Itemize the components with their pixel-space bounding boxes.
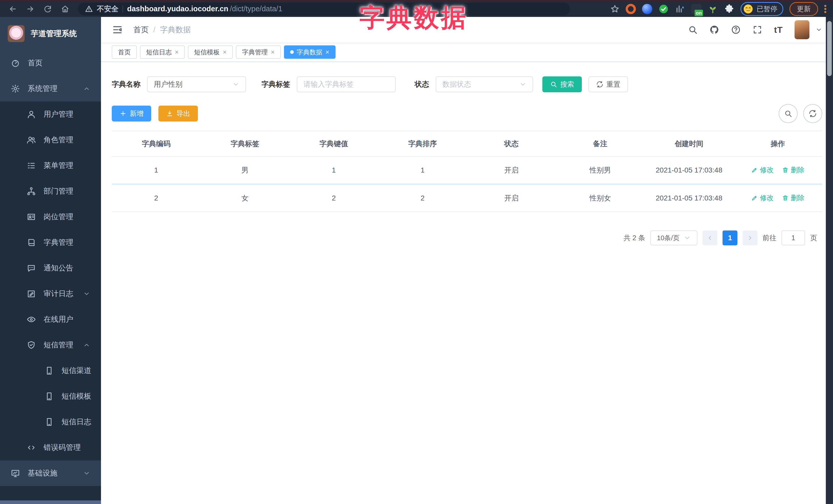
status-select[interactable]: 数据状态 — [436, 76, 533, 92]
sidebar-item[interactable]: 短信管理 — [0, 332, 101, 358]
current-page[interactable]: 1 — [722, 231, 737, 245]
extensions-puzzle-icon[interactable] — [724, 4, 734, 14]
font-size-icon[interactable]: tT — [774, 25, 783, 35]
sidebar-item[interactable]: 岗位管理 — [0, 204, 101, 230]
breadcrumb-home[interactable]: 首页 — [133, 25, 149, 35]
home-icon[interactable] — [58, 2, 72, 16]
tab-close-icon[interactable]: × — [271, 49, 275, 55]
app-navbar: 首页 / 字典数据 tT — [101, 17, 833, 43]
window-scrollbar[interactable] — [826, 17, 833, 504]
extension-onoff-icon[interactable]: on — [691, 4, 701, 14]
search-button[interactable]: 搜索 — [542, 76, 582, 92]
download-icon — [166, 110, 173, 117]
sidebar-item[interactable]: 菜单管理 — [0, 153, 101, 178]
extension-icon[interactable] — [642, 4, 652, 14]
logo-row[interactable]: 芋道管理系统 — [0, 17, 101, 50]
shield-check-icon — [27, 340, 36, 350]
tab[interactable]: 首页 — [112, 45, 137, 59]
caret-down-icon[interactable] — [815, 26, 822, 33]
dict-label-input[interactable]: 请输入字典标签 — [297, 76, 396, 92]
edit-icon — [751, 167, 758, 173]
breadcrumb: 首页 / 字典数据 — [133, 25, 191, 35]
id-card-icon — [27, 212, 36, 221]
sidebar-item[interactable]: 部门管理 — [0, 178, 101, 204]
dict-name-select[interactable]: 用户性别 — [147, 76, 246, 92]
sidebar-item[interactable]: 错误码管理 — [0, 435, 101, 460]
sidebar-item[interactable]: 审计日志 — [0, 281, 101, 307]
sidebar-item[interactable]: 在线用户 — [0, 307, 101, 332]
sidebar-item-label: 菜单管理 — [44, 161, 73, 171]
sidebar-item[interactable]: 短信渠道 — [0, 358, 101, 384]
scrollbar-thumb[interactable] — [827, 21, 832, 76]
toggle-search-button[interactable] — [779, 104, 798, 123]
user-avatar[interactable] — [794, 20, 809, 39]
menu-list-icon — [27, 161, 36, 170]
extension-check-icon[interactable] — [659, 4, 669, 14]
sidebar-item[interactable]: 首页 — [0, 50, 101, 76]
sidebar-item-label: 首页 — [28, 58, 43, 68]
table-toolbar: 新增 导出 — [112, 104, 822, 123]
bookmark-star-icon[interactable] — [610, 4, 619, 14]
update-button[interactable]: 更新 — [789, 2, 818, 16]
sidebar-item[interactable]: 字典管理 — [0, 230, 101, 255]
online-users-icon — [27, 315, 36, 324]
table-cell: 2 — [289, 184, 378, 212]
sidebar-item[interactable]: 基础设施 — [0, 460, 101, 486]
extension-icon[interactable] — [626, 4, 636, 14]
help-icon[interactable] — [731, 25, 741, 34]
app: 芋道管理系统 首页 系统管理 — [0, 17, 833, 504]
reset-button[interactable]: 重置 — [589, 76, 628, 92]
tab-close-icon[interactable]: × — [326, 49, 329, 55]
browser-menu-icon[interactable] — [824, 3, 827, 15]
prev-page-button[interactable] — [703, 231, 717, 245]
sidebar-item[interactable]: 短信模板 — [0, 384, 101, 409]
forward-icon[interactable] — [24, 2, 37, 16]
tab[interactable]: 字典管理 × — [236, 45, 281, 59]
edit-link[interactable]: 修改 — [751, 193, 774, 202]
row-actions: 修改删除 — [734, 157, 823, 184]
tab[interactable]: 短信模板 × — [188, 45, 233, 59]
reload-icon[interactable] — [41, 2, 54, 16]
sidebar-item-label: 部门管理 — [44, 186, 73, 196]
extension-stats-icon[interactable] — [675, 4, 685, 14]
github-icon[interactable] — [710, 25, 719, 34]
sidebar-item-label: 岗位管理 — [44, 212, 73, 222]
export-button[interactable]: 导出 — [159, 105, 198, 121]
add-button[interactable]: 新增 — [112, 105, 151, 121]
browser-profile[interactable]: 已暂停 — [740, 2, 783, 16]
tab[interactable]: 字典数据 × — [284, 45, 335, 59]
sidebar-item[interactable]: 角色管理 — [0, 127, 101, 153]
sidebar-item-label: 基础设施 — [28, 468, 57, 478]
profile-status: 已暂停 — [757, 4, 777, 14]
back-icon[interactable] — [6, 2, 20, 16]
navbar-actions: tT — [688, 20, 822, 39]
tab[interactable]: 短信日志 × — [140, 45, 185, 59]
sidebar-item[interactable]: 系统管理 — [0, 76, 101, 101]
users-icon — [27, 135, 36, 145]
search-icon[interactable] — [688, 25, 698, 34]
delete-link[interactable]: 删除 — [782, 193, 805, 202]
divider — [122, 5, 123, 13]
refresh-table-button[interactable] — [803, 104, 822, 123]
table-cell: 2 — [378, 184, 467, 212]
sidebar-item-label: 在线用户 — [44, 314, 73, 325]
tab-close-icon[interactable]: × — [223, 49, 227, 55]
delete-link[interactable]: 删除 — [782, 165, 805, 174]
page-size-select[interactable]: 10条/页 — [650, 231, 697, 245]
sidebar-item[interactable]: 短信日志 — [0, 409, 101, 435]
sidebar-item[interactable]: 通知公告 — [0, 255, 101, 281]
sidebar-item-label: 短信渠道 — [62, 365, 91, 376]
sidebar-item-label: 错误码管理 — [44, 442, 81, 453]
fullscreen-icon[interactable] — [753, 25, 762, 34]
tab-close-icon[interactable]: × — [175, 49, 178, 55]
extension-leaf-icon[interactable] — [708, 4, 718, 14]
extension-badge: on — [695, 10, 703, 16]
chevron-down-icon — [83, 470, 90, 477]
next-page-button[interactable] — [742, 231, 757, 245]
edit-link[interactable]: 修改 — [751, 165, 774, 174]
sidebar-item[interactable]: 用户管理 — [0, 101, 101, 127]
hamburger-icon[interactable] — [112, 24, 123, 35]
active-dot — [290, 50, 294, 54]
address-bar[interactable]: 不安全 dashboard.yudao.iocoder.cn /dict/typ… — [78, 3, 570, 16]
goto-page-input[interactable]: 1 — [782, 231, 805, 245]
